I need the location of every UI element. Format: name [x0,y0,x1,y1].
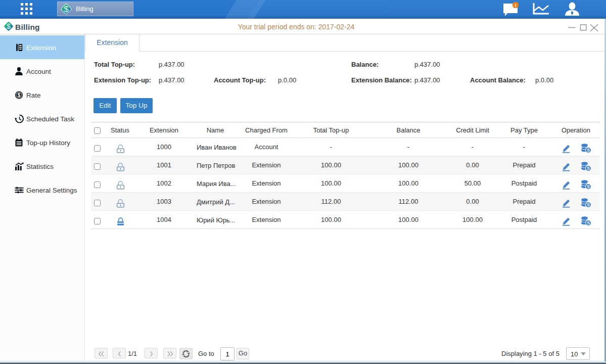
svg-text:S: S [587,220,590,225]
svg-text:$: $ [64,5,68,14]
svg-text:S: S [587,166,590,171]
svg-text:S: S [587,148,590,153]
svg-text:S: S [587,202,590,207]
svg-text:S: S [587,184,590,189]
svg-text:$: $ [18,92,21,98]
svg-text:!: ! [515,3,516,8]
